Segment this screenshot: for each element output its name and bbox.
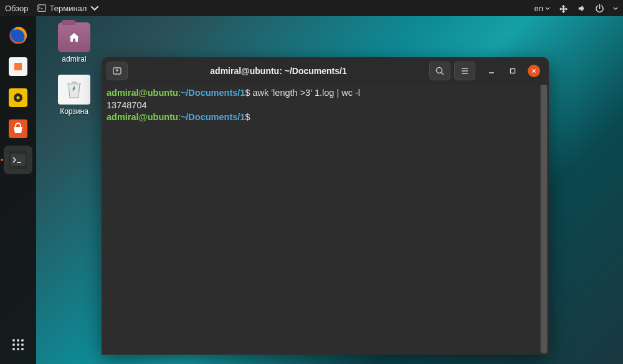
chevron-down-icon (545, 7, 550, 10)
svg-point-18 (21, 348, 24, 350)
input-language-indicator[interactable]: en (535, 4, 550, 13)
chevron-down-icon (90, 4, 99, 12)
recycle-icon (65, 79, 83, 100)
dock (0, 16, 36, 364)
software-icon (9, 119, 27, 138)
hamburger-icon (460, 66, 470, 76)
svg-rect-0 (37, 5, 45, 12)
menu-button[interactable] (454, 62, 475, 80)
svg-point-15 (21, 343, 24, 346)
trash-icon[interactable]: Корзина (50, 75, 98, 116)
app-menu-label: Терминал (50, 4, 87, 13)
trash-label: Корзина (60, 107, 88, 116)
home-folder-icon[interactable]: admiral (50, 22, 98, 63)
show-applications-button[interactable] (4, 330, 32, 359)
close-button[interactable] (528, 65, 540, 77)
network-icon[interactable] (559, 4, 568, 13)
svg-point-16 (12, 348, 15, 350)
maximize-icon (509, 67, 516, 75)
svg-point-11 (17, 339, 19, 342)
new-tab-icon (112, 66, 122, 76)
svg-point-10 (12, 339, 15, 342)
window-title: admiral@ubuntu: ~/Documents/1 (131, 66, 426, 76)
scrollbar[interactable] (540, 85, 548, 353)
dock-rhythmbox[interactable] (4, 83, 32, 112)
maximize-button[interactable] (506, 65, 519, 77)
chevron-down-icon (613, 7, 618, 10)
app-menu[interactable]: Терминал (37, 4, 100, 13)
svg-point-13 (12, 343, 15, 346)
apps-grid-icon (11, 338, 25, 352)
firefox-icon (7, 25, 29, 46)
activities-button[interactable]: Обзор (5, 4, 29, 13)
svg-rect-21 (511, 69, 515, 73)
search-button[interactable] (429, 62, 450, 80)
new-tab-button[interactable] (107, 62, 128, 80)
terminal-app-icon (37, 4, 46, 12)
picker-icon (9, 57, 27, 76)
top-bar: Обзор Терминал en (0, 0, 623, 16)
svg-point-14 (17, 343, 19, 346)
svg-point-12 (21, 339, 24, 342)
media-icon (9, 88, 27, 107)
terminal-body[interactable]: admiral@ubuntu:~/Documents/1$ awk 'lengt… (102, 85, 549, 355)
minimize-icon (488, 67, 495, 75)
scrollbar-thumb[interactable] (541, 85, 547, 353)
power-icon[interactable] (595, 4, 604, 13)
svg-rect-3 (14, 63, 22, 70)
dock-firefox[interactable] (4, 21, 32, 50)
language-label: en (535, 4, 543, 13)
minimize-button[interactable] (485, 65, 498, 77)
dock-color-picker[interactable] (4, 52, 32, 81)
dock-terminal[interactable] (4, 146, 32, 174)
svg-point-17 (17, 348, 19, 350)
search-icon (435, 66, 445, 76)
desktop-icons-area: admiral Корзина (50, 22, 98, 116)
home-icon (68, 32, 80, 43)
svg-rect-9 (11, 154, 26, 166)
terminal-icon (9, 151, 27, 169)
close-icon (531, 68, 537, 74)
terminal-window: admiral@ubuntu: ~/Documents/1 admiral@ub… (102, 57, 549, 355)
home-folder-label: admiral (62, 55, 86, 63)
folder-icon (58, 22, 90, 52)
dock-software[interactable] (4, 114, 32, 143)
svg-point-6 (17, 96, 20, 100)
window-titlebar[interactable]: admiral@ubuntu: ~/Documents/1 (102, 57, 549, 85)
volume-icon[interactable] (577, 4, 586, 13)
svg-point-20 (437, 68, 442, 73)
trash-bin-icon (58, 75, 90, 105)
